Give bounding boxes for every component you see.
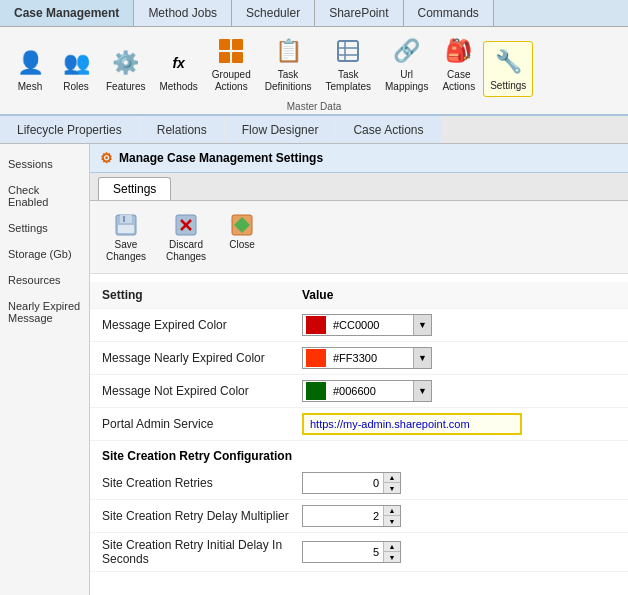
row-portal-admin-service: Portal Admin Service [90, 408, 628, 441]
number-input-wrap-retries: ▲ ▼ [302, 472, 401, 494]
label-site-creation-retry-delay: Site Creation Retry Delay Multiplier [102, 509, 302, 523]
label-site-creation-retry-initial-delay: Site Creation Retry Initial Delay In Sec… [102, 538, 302, 566]
label-message-expired-color: Message Expired Color [102, 318, 302, 332]
spinner-retries: ▲ ▼ [383, 473, 400, 493]
svg-rect-4 [338, 41, 358, 61]
tab-commands[interactable]: Commands [404, 0, 494, 26]
spinner-delay-down[interactable]: ▼ [384, 516, 400, 526]
section-tabs: Lifecycle Properties Relations Flow Desi… [0, 116, 628, 144]
label-site-creation-retries: Site Creation Retries [102, 476, 302, 490]
roles-icon: 👥 [60, 47, 92, 79]
top-nav: Case Management Method Jobs Scheduler Sh… [0, 0, 628, 27]
tab-case-actions[interactable]: Case Actions [336, 116, 440, 143]
settings-icon: 🔧 [492, 46, 524, 78]
site-creation-retry-delay-input[interactable] [303, 506, 383, 526]
tab-relations[interactable]: Relations [140, 116, 224, 143]
sidebar-item-storage-gb[interactable]: Storage (Gb) [0, 242, 89, 266]
panel-title: Manage Case Management Settings [119, 151, 323, 165]
color-swatch-not-expired [306, 382, 326, 400]
spinner-delay-up[interactable]: ▲ [384, 506, 400, 516]
ribbon-btn-mesh[interactable]: 👤 Mesh [8, 43, 52, 97]
tab-lifecycle-properties[interactable]: Lifecycle Properties [0, 116, 139, 143]
ribbon-btn-grouped-actions[interactable]: GroupedActions [206, 31, 257, 97]
site-creation-retry-initial-delay-input[interactable] [303, 542, 383, 562]
row-message-expired-color: Message Expired Color #CC0000 ▼ [90, 309, 628, 342]
row-site-creation-retries: Site Creation Retries ▲ ▼ [90, 467, 628, 500]
ribbon-icons: 👤 Mesh 👥 Roles ⚙️ Features fx Methods [8, 31, 620, 101]
site-creation-section-title: Site Creation Retry Configuration [90, 441, 628, 467]
spinner-retries-up[interactable]: ▲ [384, 473, 400, 483]
number-input-wrap-initial-delay: ▲ ▼ [302, 541, 401, 563]
svg-rect-10 [123, 216, 125, 222]
discard-changes-label: DiscardChanges [166, 239, 206, 263]
close-icon [228, 211, 256, 239]
row-site-creation-retry-delay: Site Creation Retry Delay Multiplier ▲ ▼ [90, 500, 628, 533]
sidebar-item-resources[interactable]: Resources [0, 268, 89, 292]
discard-changes-button[interactable]: DiscardChanges [158, 207, 214, 267]
svg-rect-1 [232, 39, 243, 50]
ribbon-label-task-templates: TaskTemplates [325, 69, 371, 93]
value-portal-admin-service [302, 413, 616, 435]
spinner-retries-down[interactable]: ▼ [384, 483, 400, 493]
color-dropdown-arrow-expired[interactable]: ▼ [413, 315, 431, 335]
color-dropdown-arrow-nearly-expired[interactable]: ▼ [413, 348, 431, 368]
ribbon-btn-features[interactable]: ⚙️ Features [100, 43, 151, 97]
methods-icon: fx [163, 47, 195, 79]
features-icon: ⚙️ [110, 47, 142, 79]
label-message-nearly-expired-color: Message Nearly Expired Color [102, 351, 302, 365]
color-dropdown-not-expired[interactable]: #006600 ▼ [302, 380, 432, 402]
label-message-not-expired-color: Message Not Expired Color [102, 384, 302, 398]
settings-table-header: Setting Value [90, 282, 628, 309]
spinner-initial-delay-down[interactable]: ▼ [384, 552, 400, 562]
sidebar-item-sessions[interactable]: Sessions [0, 152, 89, 176]
settings-tab-settings[interactable]: Settings [98, 177, 171, 200]
site-creation-retries-input[interactable] [303, 473, 383, 493]
ribbon-label-url-mappings: UrlMappings [385, 69, 428, 93]
ribbon-btn-case-actions[interactable]: 🎒 CaseActions [436, 31, 481, 97]
color-dropdown-nearly-expired[interactable]: #FF3300 ▼ [302, 347, 432, 369]
ribbon-btn-settings[interactable]: 🔧 Settings [483, 41, 533, 97]
settings-table: Setting Value Message Expired Color #CC0… [90, 274, 628, 595]
value-site-creation-retries: ▲ ▼ [302, 472, 616, 494]
grouped-actions-icon [215, 35, 247, 67]
save-changes-button[interactable]: SaveChanges [98, 207, 154, 267]
tab-sharepoint[interactable]: SharePoint [315, 0, 403, 26]
ribbon-btn-task-templates[interactable]: TaskTemplates [319, 31, 377, 97]
mesh-icon: 👤 [14, 47, 46, 79]
tab-method-jobs[interactable]: Method Jobs [134, 0, 232, 26]
ribbon-label-task-definitions: TaskDefinitions [265, 69, 312, 93]
tab-scheduler[interactable]: Scheduler [232, 0, 315, 26]
color-dropdown-expired[interactable]: #CC0000 ▼ [302, 314, 432, 336]
ribbon-label-grouped-actions: GroupedActions [212, 69, 251, 93]
tab-case-management[interactable]: Case Management [0, 0, 134, 26]
portal-admin-service-input[interactable] [302, 413, 522, 435]
color-dropdown-arrow-not-expired[interactable]: ▼ [413, 381, 431, 401]
ribbon-btn-url-mappings[interactable]: 🔗 UrlMappings [379, 31, 434, 97]
col-value: Value [302, 288, 616, 302]
svg-rect-2 [219, 52, 230, 63]
sidebar-item-check-enabled[interactable]: Check Enabled [0, 178, 89, 214]
value-site-creation-retry-delay: ▲ ▼ [302, 505, 616, 527]
save-icon [112, 211, 140, 239]
sidebar-item-settings[interactable]: Settings [0, 216, 89, 240]
panel-header-icon: ⚙ [100, 150, 113, 166]
value-message-expired-color: #CC0000 ▼ [302, 314, 616, 336]
ribbon-label-methods: Methods [159, 81, 197, 93]
value-message-nearly-expired-color: #FF3300 ▼ [302, 347, 616, 369]
panel-header: ⚙ Manage Case Management Settings [90, 144, 628, 173]
spinner-initial-delay-up[interactable]: ▲ [384, 542, 400, 552]
ribbon-btn-methods[interactable]: fx Methods [153, 43, 203, 97]
col-setting: Setting [102, 288, 302, 302]
close-button[interactable]: Close [218, 207, 266, 267]
right-panel: ⚙ Manage Case Management Settings Settin… [90, 144, 628, 595]
case-actions-icon: 🎒 [443, 35, 475, 67]
svg-rect-0 [219, 39, 230, 50]
row-message-nearly-expired-color: Message Nearly Expired Color #FF3300 ▼ [90, 342, 628, 375]
ribbon-btn-roles[interactable]: 👥 Roles [54, 43, 98, 97]
sidebar-item-nearly-expired-message[interactable]: Nearly Expired Message [0, 294, 89, 330]
settings-tabs: Settings [90, 173, 628, 201]
task-templates-icon [332, 35, 364, 67]
ribbon-btn-task-definitions[interactable]: 📋 TaskDefinitions [259, 31, 318, 97]
tab-flow-designer[interactable]: Flow Designer [225, 116, 336, 143]
ribbon-label-mesh: Mesh [18, 81, 42, 93]
